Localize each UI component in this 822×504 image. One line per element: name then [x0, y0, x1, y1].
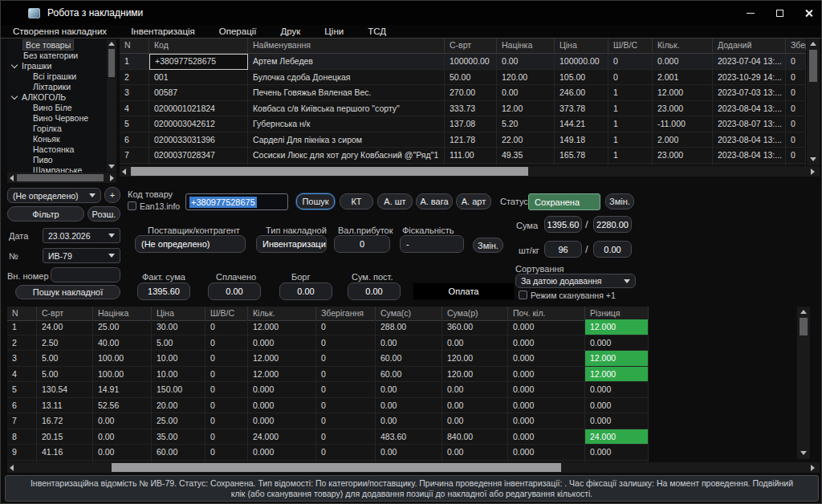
table-cell[interactable]: 13.11: [37, 398, 93, 414]
table-cell[interactable]: 130.50: [555, 164, 608, 166]
table-cell[interactable]: 0.00: [442, 382, 508, 398]
table-row[interactable]: 716.720.0025.0000.00000.000.000.0000.000: [7, 413, 649, 429]
advanced-filter-button[interactable]: Розш.: [87, 206, 120, 222]
table-cell[interactable]: 0: [206, 382, 248, 398]
table-cell[interactable]: 4: [120, 101, 149, 117]
column-header[interactable]: Кільк.: [653, 39, 713, 54]
table-cell[interactable]: 0: [786, 54, 806, 70]
table-row[interactable]: 613.1152.5620.0000.00000.000.000.0000.00…: [7, 398, 649, 414]
table-cell[interactable]: 2023-07-04 13:...: [713, 54, 786, 70]
table-row[interactable]: 300587Печень Говяжья Вяленая Вес.270.000…: [120, 85, 806, 101]
table-row[interactable]: 124.0025.0030.00012.0000288.00360.000.00…: [7, 319, 649, 335]
menu-item[interactable]: Ціни: [312, 26, 356, 36]
table-row[interactable]: 1+380977528675Артем Лебедев100000.000.00…: [120, 54, 806, 70]
items-horizontal-scroll-thumb[interactable]: [112, 463, 561, 472]
table-cell[interactable]: 0: [786, 148, 806, 164]
table-cell[interactable]: 2: [120, 70, 149, 86]
table-cell[interactable]: 24.000: [585, 429, 649, 445]
table-cell[interactable]: 0: [316, 351, 376, 367]
table-cell[interactable]: 0.000: [248, 382, 316, 398]
table-cell[interactable]: 137.08: [445, 116, 497, 132]
status-change-button[interactable]: Змін.: [605, 193, 634, 209]
table-cell[interactable]: 7: [120, 148, 149, 164]
internal-number-input[interactable]: [51, 267, 120, 282]
table-cell[interactable]: 60.00: [376, 351, 442, 367]
table-cell[interactable]: 40.00: [93, 335, 152, 352]
menu-item[interactable]: Друк: [269, 26, 313, 36]
table-cell[interactable]: 6: [120, 132, 149, 148]
chevron-down-icon[interactable]: [11, 63, 17, 68]
products-vertical-scroll-thumb[interactable]: [809, 50, 817, 82]
table-cell[interactable]: 12.000: [585, 351, 649, 367]
menu-item[interactable]: ТСД: [356, 26, 398, 36]
table-cell[interactable]: 0200037028347: [149, 148, 248, 164]
table-cell[interactable]: 0: [206, 429, 248, 445]
scroll-right-icon[interactable]: [811, 169, 815, 175]
products-horizontal-scroll-thumb[interactable]: [131, 167, 528, 176]
scroll-left-icon[interactable]: [10, 175, 14, 181]
table-cell[interactable]: 0.000: [508, 351, 585, 367]
table-cell[interactable]: 0: [206, 367, 248, 383]
table-cell[interactable]: 0: [206, 319, 248, 335]
auto-weight-button[interactable]: А. вага: [416, 193, 453, 209]
table-cell[interactable]: 100.00: [93, 351, 152, 367]
table-cell[interactable]: Ковбаса с/в Київська першого "сорту": [248, 101, 445, 117]
pay-button[interactable]: Оплата: [413, 282, 515, 300]
table-cell[interactable]: 100000.00: [555, 54, 608, 70]
table-cell[interactable]: 5: [120, 116, 149, 132]
tree-vertical-scroll-thumb[interactable]: [108, 49, 115, 77]
table-cell[interactable]: 1: [120, 54, 149, 70]
table-cell[interactable]: 2.001: [653, 70, 713, 86]
table-cell[interactable]: 12.000: [248, 319, 316, 335]
table-cell[interactable]: 116.52: [445, 164, 497, 166]
table-cell[interactable]: Артем Лебедев: [248, 54, 445, 70]
table-cell[interactable]: 0.00: [93, 445, 152, 461]
table-cell[interactable]: 0.000: [508, 319, 585, 335]
table-cell[interactable]: 130.54: [37, 382, 93, 398]
close-button[interactable]: [794, 1, 822, 25]
table-cell[interactable]: 6: [7, 398, 37, 414]
scroll-right-icon[interactable]: [110, 175, 114, 181]
table-cell[interactable]: 25.00: [93, 319, 152, 335]
table-cell[interactable]: 0.00: [376, 445, 442, 461]
category-filter-select[interactable]: (Не определено): [7, 188, 101, 203]
table-cell[interactable]: 12.000: [248, 351, 316, 367]
column-header[interactable]: N: [120, 39, 149, 54]
table-cell[interactable]: 0.00: [442, 398, 508, 414]
table-cell[interactable]: 0.000: [585, 445, 649, 461]
search-button[interactable]: Пошук: [296, 193, 335, 209]
table-cell[interactable]: 3: [120, 85, 149, 101]
table-cell[interactable]: 0.00: [442, 445, 508, 461]
table-row[interactable]: 820.150.0035.00024.0000483.60840.000.000…: [7, 429, 649, 445]
table-cell[interactable]: 12.000: [248, 367, 316, 383]
table-cell[interactable]: 12.000: [585, 319, 649, 335]
scroll-left-icon[interactable]: [122, 169, 126, 175]
table-cell[interactable]: 20.15: [37, 429, 93, 445]
table-cell[interactable]: 2.50: [37, 335, 93, 352]
table-row[interactable]: 22.5040.005.0000.00000.000.000.0000.000: [7, 335, 649, 352]
table-cell[interactable]: 2023-10-29 14:...: [713, 70, 786, 86]
table-cell[interactable]: 0.00: [376, 398, 442, 414]
table-cell[interactable]: 0: [206, 398, 248, 414]
table-cell[interactable]: 0: [206, 413, 248, 429]
table-cell[interactable]: 0.000: [653, 54, 713, 70]
table-cell[interactable]: 0: [206, 335, 248, 352]
table-cell[interactable]: Булочка сдоба Донецкая: [248, 70, 445, 86]
table-cell[interactable]: 0.000: [508, 398, 585, 414]
table-cell[interactable]: 100.00: [93, 367, 152, 383]
items-horizontal-scrollbar[interactable]: [7, 462, 820, 473]
table-cell[interactable]: Сарделі Для пікніка з сиром: [248, 132, 445, 148]
table-cell[interactable]: 25.00: [152, 413, 206, 429]
table-cell[interactable]: 0: [316, 429, 376, 445]
column-header[interactable]: Зберіган: [786, 39, 806, 54]
column-header[interactable]: Ціна: [555, 39, 608, 54]
table-cell[interactable]: 23.000: [653, 101, 713, 117]
table-cell[interactable]: Ковбаса Варена Ретро з молоком: [248, 164, 445, 166]
table-cell[interactable]: 14.91: [93, 382, 152, 398]
table-cell[interactable]: 288.00: [376, 319, 442, 335]
table-cell[interactable]: 0.000: [508, 335, 585, 352]
items-vertical-scroll-thumb[interactable]: [800, 318, 808, 335]
table-cell[interactable]: 35.00: [152, 429, 206, 445]
table-cell[interactable]: 150.00: [152, 382, 206, 398]
table-cell[interactable]: 0: [316, 319, 376, 335]
